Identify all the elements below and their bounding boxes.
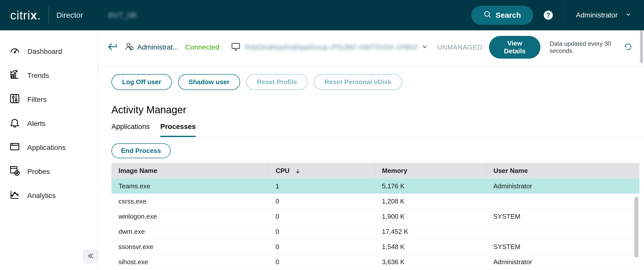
cell-user: SYSTEM bbox=[486, 209, 639, 224]
table-row[interactable]: sihost.exe03,636 KAdministrator bbox=[111, 255, 639, 270]
reset-personal-vdisk-button: Reset Personal vDisk bbox=[314, 74, 402, 90]
sidebar-item-label: Applications bbox=[27, 144, 66, 152]
cell-cpu: 0 bbox=[268, 194, 375, 209]
col-label: User Name bbox=[494, 167, 528, 174]
svg-point-3 bbox=[14, 52, 15, 53]
col-cpu[interactable]: CPU bbox=[268, 163, 375, 179]
process-table: Image Name CPU Memory User Name Teams.ex… bbox=[111, 163, 639, 270]
sidebar-item-label: Probes bbox=[27, 168, 50, 176]
svg-point-7 bbox=[12, 96, 14, 98]
svg-rect-4 bbox=[12, 75, 13, 78]
col-image-name[interactable]: Image Name bbox=[111, 163, 268, 179]
trends-icon bbox=[9, 69, 20, 82]
session-tag: UNMANAGED bbox=[437, 43, 482, 51]
col-user-name[interactable]: User Name bbox=[486, 163, 639, 179]
product-name: Director bbox=[56, 11, 83, 19]
shadow-user-button[interactable]: Shadow user bbox=[178, 74, 240, 90]
cell-image: Teams.exe bbox=[111, 179, 268, 194]
help-button[interactable]: ? bbox=[544, 11, 553, 20]
current-user-label: Administrator bbox=[576, 11, 618, 19]
end-process-button[interactable]: End Process bbox=[111, 143, 171, 158]
col-memory[interactable]: Memory bbox=[375, 163, 486, 179]
sidebar-item-label: Alerts bbox=[27, 120, 46, 128]
svg-point-0 bbox=[485, 11, 490, 16]
refresh-icon[interactable] bbox=[624, 43, 632, 52]
session-subheader: i Administrat... Connected RdsDesktopAnd… bbox=[98, 30, 644, 66]
sidebar-item-label: Analytics bbox=[27, 192, 56, 200]
cell-image: dwm.exe bbox=[111, 224, 268, 239]
svg-rect-5 bbox=[14, 73, 16, 78]
sidenav: Dashboard Trends Filters Alerts Applicat… bbox=[0, 30, 98, 270]
tab-processes[interactable]: Processes bbox=[160, 119, 196, 137]
search-icon bbox=[483, 10, 492, 20]
table-row[interactable]: Teams.exe15,176 KAdministrator bbox=[111, 179, 639, 194]
reset-profile-button: Reset Profile bbox=[246, 74, 308, 90]
svg-point-22 bbox=[127, 43, 130, 47]
sidebar-item-analytics[interactable]: Analytics bbox=[0, 184, 98, 208]
cell-cpu: 1 bbox=[268, 179, 375, 194]
cell-image: csrss.exe bbox=[111, 194, 268, 209]
svg-rect-13 bbox=[11, 143, 19, 150]
gauge-icon bbox=[9, 45, 20, 58]
svg-text:i: i bbox=[131, 47, 132, 50]
sidebar-item-filters[interactable]: Filters bbox=[0, 87, 98, 111]
chevron-down-icon bbox=[421, 43, 428, 51]
table-row[interactable]: winlogon.exe01,900 KSYSTEM bbox=[111, 209, 639, 224]
cell-cpu: 0 bbox=[268, 255, 375, 270]
sidebar-item-dashboard[interactable]: Dashboard bbox=[0, 39, 98, 63]
cell-memory: 3,636 K bbox=[375, 255, 486, 270]
cell-cpu: 0 bbox=[268, 239, 375, 255]
analytics-icon bbox=[9, 189, 20, 202]
activity-manager-title: Activity Manager bbox=[111, 104, 644, 116]
cell-user: Administrator bbox=[486, 179, 639, 194]
process-table-wrap: Image Name CPU Memory User Name Teams.ex… bbox=[111, 163, 639, 270]
sidebar-item-alerts[interactable]: Alerts bbox=[0, 111, 98, 136]
search-button[interactable]: Search bbox=[471, 6, 533, 25]
table-row[interactable]: dwm.exe017,452 K bbox=[111, 224, 639, 239]
cell-image: ssonsvr.exe bbox=[111, 239, 268, 255]
svg-rect-16 bbox=[11, 167, 17, 173]
cell-image: winlogon.exe bbox=[111, 209, 268, 224]
environment-label: BVT_0B bbox=[108, 11, 137, 19]
cell-image: sihost.exe bbox=[111, 255, 268, 270]
table-row[interactable]: ssonsvr.exe01,548 KSYSTEM bbox=[111, 239, 639, 255]
svg-point-10 bbox=[15, 99, 17, 101]
refresh-interval-label: Data updated every 30 seconds bbox=[550, 40, 615, 54]
cell-cpu: 0 bbox=[268, 209, 375, 224]
topbar: citrix. Director BVT_0B Search ? Adminis… bbox=[0, 0, 644, 30]
cell-memory: 1,208 K bbox=[375, 194, 486, 209]
citrix-logo: citrix. bbox=[10, 8, 41, 22]
col-label: Image Name bbox=[119, 167, 157, 174]
back-button[interactable] bbox=[107, 41, 118, 53]
session-user[interactable]: i Administrat... bbox=[125, 42, 179, 52]
svg-line-1 bbox=[489, 16, 491, 17]
session-status: Connected bbox=[185, 43, 219, 51]
scrollbar[interactable] bbox=[634, 197, 638, 257]
view-details-button[interactable]: View Details bbox=[489, 36, 540, 59]
session-actions: Log Off user Shadow user Reset Profile R… bbox=[98, 66, 644, 90]
main-content: i Administrat... Connected RdsDesktopAnd… bbox=[98, 30, 644, 270]
col-label: CPU bbox=[276, 167, 290, 174]
session-user-name: Administrat... bbox=[137, 43, 179, 51]
chevron-double-left-icon bbox=[86, 252, 95, 261]
brand-divider bbox=[49, 6, 49, 24]
sidebar-item-label: Trends bbox=[27, 72, 49, 80]
brand-block: citrix. Director bbox=[0, 0, 93, 30]
sort-desc-icon bbox=[295, 167, 301, 174]
sidebar-item-applications[interactable]: Applications bbox=[0, 136, 98, 160]
sidebar-item-probes[interactable]: Probes bbox=[0, 160, 98, 184]
sidebar-item-label: Dashboard bbox=[27, 48, 62, 56]
collapse-sidenav-button[interactable] bbox=[83, 249, 99, 263]
scrollbar[interactable] bbox=[640, 30, 643, 63]
sidebar-item-trends[interactable]: Trends bbox=[0, 63, 98, 87]
current-user-menu[interactable]: Administrator bbox=[563, 0, 644, 30]
log-off-user-button[interactable]: Log Off user bbox=[111, 74, 172, 90]
svg-rect-6 bbox=[11, 95, 19, 103]
filters-icon bbox=[9, 93, 20, 106]
session-machine[interactable]: RdsDesktopAndAppGroup (PGJMZ-AWTSVDA-1PB… bbox=[231, 42, 428, 53]
table-header-row: Image Name CPU Memory User Name bbox=[111, 163, 639, 179]
tab-applications[interactable]: Applications bbox=[111, 119, 150, 137]
table-row[interactable]: csrss.exe01,208 K bbox=[111, 194, 639, 209]
cell-memory: 1,548 K bbox=[375, 239, 486, 255]
sidebar-item-label: Filters bbox=[27, 96, 47, 104]
